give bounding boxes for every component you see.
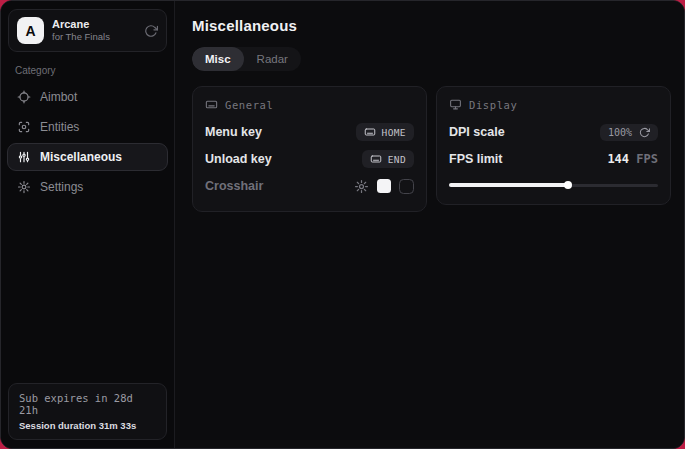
sidebar-item-miscellaneous[interactable]: Miscellaneous xyxy=(7,143,168,171)
refresh-icon[interactable] xyxy=(144,24,158,38)
cards-row: General Menu key HOME Unload key xyxy=(192,86,671,212)
keyboard-icon xyxy=(364,126,376,138)
fps-limit-label: FPS limit xyxy=(449,152,502,166)
sidebar-item-aimbot[interactable]: Aimbot xyxy=(7,83,168,111)
category-label: Category xyxy=(15,65,160,76)
display-card: Display DPI scale 100% xyxy=(436,86,671,205)
sidebar-item-label: Aimbot xyxy=(40,90,77,104)
keybind-value: END xyxy=(388,154,406,165)
crosshair-row: Crosshair xyxy=(205,174,414,198)
slider-fill xyxy=(449,183,568,187)
subscription-info: Sub expires in 28d 21h Session duration … xyxy=(8,383,167,440)
menu-keybind-button[interactable]: HOME xyxy=(356,123,414,141)
keyboard-icon xyxy=(370,153,382,165)
unload-key-row: Unload key END xyxy=(205,147,414,171)
sidebar-item-settings[interactable]: Settings xyxy=(7,173,168,201)
card-title: Display xyxy=(469,99,517,111)
sub-expiry-text: Sub expires in 28d 21h xyxy=(19,392,156,416)
sidebar: A Arcane for The Finals Category xyxy=(1,1,175,448)
scan-icon xyxy=(16,120,31,134)
sidebar-nav: Aimbot Entities Miscel xyxy=(1,83,174,201)
card-title: General xyxy=(225,99,273,111)
unload-key-label: Unload key xyxy=(205,152,272,166)
page-title: Miscellaneous xyxy=(192,17,671,34)
crosshair-checkbox[interactable] xyxy=(399,179,414,194)
sidebar-item-label: Settings xyxy=(40,180,83,194)
fps-limit-unit: FPS xyxy=(636,152,658,166)
sidebar-item-label: Miscellaneous xyxy=(40,150,122,164)
dpi-scale-value: 100% xyxy=(608,127,632,138)
fps-limit-value: 144 xyxy=(607,152,629,166)
main-content: Miscellaneous Misc Radar General Menu ke… xyxy=(175,1,685,448)
menu-key-label: Menu key xyxy=(205,125,262,139)
keybind-value: HOME xyxy=(382,127,406,138)
brand-subtitle: for The Finals xyxy=(52,31,136,43)
session-duration-text: Session duration 31m 33s xyxy=(19,420,156,431)
dpi-scale-label: DPI scale xyxy=(449,125,505,139)
crosshair-color-swatch[interactable] xyxy=(377,179,391,193)
crosshair-icon xyxy=(16,90,31,104)
dpi-scale-select[interactable]: 100% xyxy=(600,124,658,141)
crosshair-settings-gear-icon[interactable] xyxy=(354,179,369,194)
app-window: A Arcane for The Finals Category xyxy=(0,0,685,449)
general-card: General Menu key HOME Unload key xyxy=(192,86,427,212)
keyboard-icon xyxy=(205,98,218,111)
menu-key-row: Menu key HOME xyxy=(205,120,414,144)
unload-keybind-button[interactable]: END xyxy=(362,150,414,168)
tab-radar[interactable]: Radar xyxy=(244,47,301,71)
app-logo: A xyxy=(17,17,44,44)
fps-limit-slider[interactable] xyxy=(449,179,658,191)
sliders-icon xyxy=(16,150,31,164)
fps-limit-row: FPS limit 144 FPS xyxy=(449,147,658,171)
brand-title: Arcane xyxy=(52,18,136,32)
brand-card: A Arcane for The Finals xyxy=(8,9,167,52)
crosshair-label: Crosshair xyxy=(205,179,263,193)
slider-thumb[interactable] xyxy=(564,181,572,189)
sidebar-item-label: Entities xyxy=(40,120,79,134)
gear-icon xyxy=(16,180,31,194)
tab-misc[interactable]: Misc xyxy=(192,47,244,71)
monitor-icon xyxy=(449,98,462,111)
tab-bar: Misc Radar xyxy=(192,47,301,71)
sidebar-item-entities[interactable]: Entities xyxy=(7,113,168,141)
refresh-icon xyxy=(639,127,650,138)
dpi-scale-row: DPI scale 100% xyxy=(449,120,658,144)
